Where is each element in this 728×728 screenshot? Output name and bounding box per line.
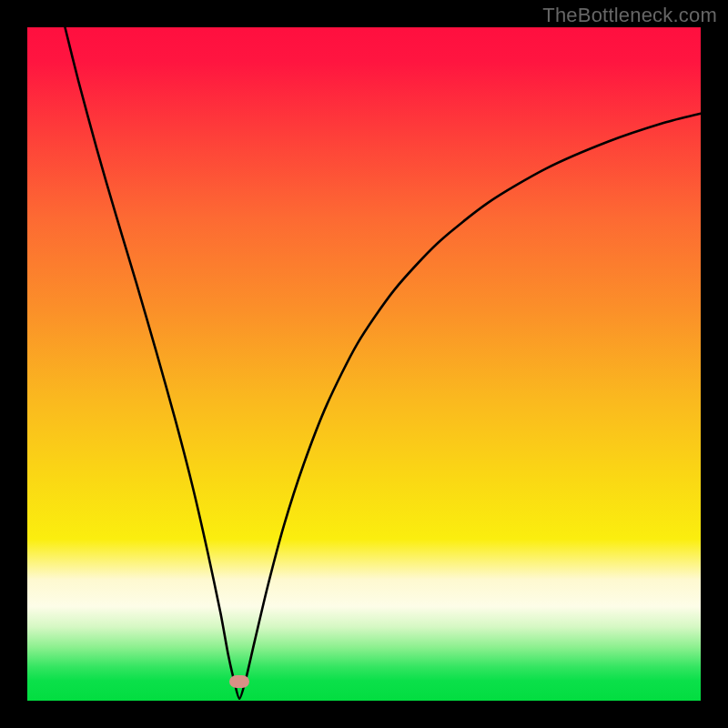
watermark-text: TheBottleneck.com xyxy=(542,4,717,27)
minimum-marker xyxy=(229,675,249,688)
curve-svg xyxy=(27,27,701,701)
plot-area xyxy=(27,27,701,701)
bottleneck-curve xyxy=(65,27,701,699)
chart-container: TheBottleneck.com xyxy=(0,0,728,728)
